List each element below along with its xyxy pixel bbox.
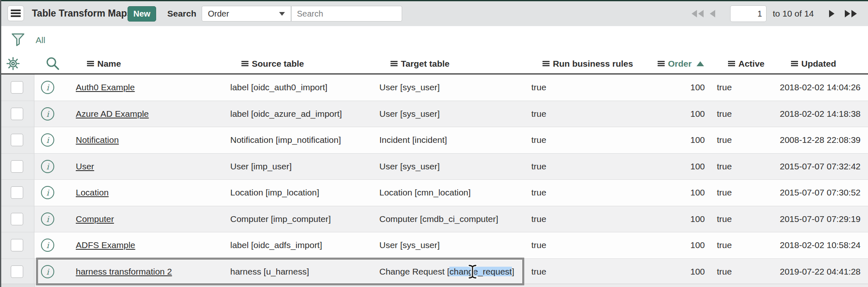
active-cell[interactable]: true bbox=[709, 214, 778, 224]
source-table-cell[interactable]: User [imp_user] bbox=[229, 162, 378, 171]
search-input[interactable] bbox=[291, 6, 402, 22]
column-header-updated[interactable]: Updated bbox=[789, 59, 868, 69]
updated-cell[interactable]: 2018-02-02 14:18:38 bbox=[778, 109, 868, 119]
order-cell[interactable]: 100 bbox=[644, 162, 709, 171]
column-header-target[interactable]: Target table bbox=[389, 59, 540, 69]
column-options-icon[interactable] bbox=[542, 61, 550, 66]
column-header-order[interactable]: Order bbox=[656, 59, 720, 69]
record-link[interactable]: Computer bbox=[76, 214, 114, 224]
run-business-rules-cell[interactable]: true bbox=[529, 188, 644, 198]
target-table-cell[interactable]: Incident [incident] bbox=[378, 135, 529, 145]
run-business-rules-cell[interactable]: true bbox=[529, 240, 644, 250]
order-cell[interactable]: 100 bbox=[644, 188, 709, 198]
source-table-cell[interactable]: Location [imp_location] bbox=[229, 188, 378, 198]
record-link[interactable]: Location bbox=[76, 188, 108, 197]
table-row[interactable]: i Auth0 Example label [oidc_auth0_import… bbox=[0, 75, 868, 101]
pagination-last-button[interactable] bbox=[844, 1, 858, 26]
record-link[interactable]: Auth0 Example bbox=[76, 82, 135, 92]
column-options-icon[interactable] bbox=[791, 61, 798, 66]
record-link[interactable]: harness transformation 2 bbox=[76, 267, 172, 276]
column-options-icon[interactable] bbox=[87, 61, 94, 66]
row-checkbox[interactable] bbox=[11, 81, 23, 94]
table-row[interactable]: i Notification Notification [imp_notific… bbox=[0, 127, 868, 154]
row-checkbox[interactable] bbox=[11, 160, 23, 173]
new-button[interactable]: New bbox=[128, 6, 156, 22]
column-options-icon[interactable] bbox=[241, 61, 248, 66]
updated-cell[interactable]: 2018-02-02 14:04:26 bbox=[778, 82, 868, 92]
source-table-cell[interactable]: Notification [imp_notification] bbox=[229, 135, 378, 145]
column-options-icon[interactable] bbox=[658, 61, 665, 66]
search-icon[interactable] bbox=[46, 56, 60, 71]
pagination-first-button[interactable] bbox=[691, 1, 704, 26]
active-cell[interactable]: true bbox=[709, 135, 778, 145]
breadcrumb-all-link[interactable]: All bbox=[36, 35, 45, 45]
list-context-menu-button[interactable] bbox=[7, 5, 24, 21]
source-table-cell[interactable]: label [oidc_auth0_import] bbox=[229, 82, 378, 92]
row-checkbox[interactable] bbox=[11, 134, 23, 146]
column-header-active[interactable]: Active bbox=[720, 59, 789, 69]
column-header-name[interactable]: Name bbox=[85, 59, 240, 69]
info-icon[interactable]: i bbox=[41, 107, 54, 121]
active-cell[interactable]: true bbox=[709, 162, 778, 171]
updated-cell[interactable]: 2008-12-28 22:08:39 bbox=[778, 135, 868, 145]
info-icon[interactable]: i bbox=[41, 81, 54, 94]
target-table-cell[interactable]: User [sys_user] bbox=[378, 82, 529, 92]
column-header-source[interactable]: Source table bbox=[240, 59, 389, 69]
row-checkbox[interactable] bbox=[11, 186, 23, 199]
record-link[interactable]: Azure AD Example bbox=[76, 109, 149, 118]
run-business-rules-cell[interactable]: true bbox=[529, 135, 644, 145]
order-cell[interactable]: 100 bbox=[644, 135, 709, 145]
row-checkbox[interactable] bbox=[11, 108, 23, 120]
target-table-cell[interactable]: User [sys_user] bbox=[378, 240, 529, 250]
info-icon[interactable]: i bbox=[41, 212, 54, 226]
table-row[interactable]: i harness transformation 2 harness [u_ha… bbox=[0, 259, 868, 285]
table-row[interactable]: i ADFS Example label [oidc_adfs_import] … bbox=[0, 232, 868, 259]
target-table-cell[interactable]: Computer [cmdb_ci_computer] bbox=[378, 214, 529, 224]
order-cell[interactable]: 100 bbox=[644, 109, 709, 119]
pagination-next-button[interactable] bbox=[828, 1, 835, 26]
target-table-cell[interactable]: User [sys_user] bbox=[378, 162, 529, 171]
column-header-run[interactable]: Run business rules bbox=[540, 59, 656, 69]
updated-cell[interactable]: 2019-07-22 04:41:28 bbox=[778, 267, 868, 277]
table-row[interactable]: i User User [imp_user] User [sys_user] t… bbox=[0, 154, 868, 180]
order-cell[interactable]: 100 bbox=[644, 267, 709, 277]
run-business-rules-cell[interactable]: true bbox=[529, 109, 644, 119]
active-cell[interactable]: true bbox=[709, 82, 778, 92]
updated-cell[interactable]: 2018-02-02 10:58:24 bbox=[778, 240, 868, 250]
table-row[interactable]: i Location Location [imp_location] Locat… bbox=[0, 180, 868, 206]
target-table-cell[interactable]: Location [cmn_location] bbox=[378, 188, 529, 198]
search-column-dropdown[interactable]: Order bbox=[202, 6, 291, 22]
table-row[interactable]: i Computer Computer [imp_computer] Compu… bbox=[0, 206, 868, 233]
row-checkbox[interactable] bbox=[11, 265, 23, 278]
record-link[interactable]: Notification bbox=[76, 135, 119, 145]
run-business-rules-cell[interactable]: true bbox=[529, 214, 644, 224]
updated-cell[interactable]: 2015-07-07 07:32:42 bbox=[778, 162, 868, 171]
record-link[interactable]: ADFS Example bbox=[76, 240, 135, 250]
column-options-icon[interactable] bbox=[728, 61, 735, 66]
row-checkbox[interactable] bbox=[11, 213, 23, 225]
active-cell[interactable]: true bbox=[709, 267, 778, 277]
active-cell[interactable]: true bbox=[709, 188, 778, 198]
run-business-rules-cell[interactable]: true bbox=[529, 267, 644, 277]
table-row[interactable]: i Azure AD Example label [oidc_azure_ad_… bbox=[0, 101, 868, 128]
info-icon[interactable]: i bbox=[41, 239, 54, 252]
info-icon[interactable]: i bbox=[41, 265, 54, 278]
info-icon[interactable]: i bbox=[41, 160, 54, 173]
row-checkbox[interactable] bbox=[11, 239, 23, 251]
source-table-cell[interactable]: harness [u_harness] bbox=[229, 267, 378, 277]
info-icon[interactable]: i bbox=[41, 186, 54, 199]
target-table-cell[interactable]: User [sys_user] bbox=[378, 109, 529, 119]
updated-cell[interactable]: 2015-07-07 07:29:19 bbox=[778, 214, 868, 224]
column-options-icon[interactable] bbox=[391, 61, 398, 66]
run-business-rules-cell[interactable]: true bbox=[529, 162, 644, 171]
active-cell[interactable]: true bbox=[709, 240, 778, 250]
active-cell[interactable]: true bbox=[709, 109, 778, 119]
pagination-previous-button[interactable] bbox=[709, 1, 716, 26]
updated-cell[interactable]: 2015-07-07 07:30:52 bbox=[778, 188, 868, 198]
source-table-cell[interactable]: Computer [imp_computer] bbox=[229, 214, 378, 224]
order-cell[interactable]: 100 bbox=[644, 240, 709, 250]
info-icon[interactable]: i bbox=[41, 133, 54, 147]
record-link[interactable]: User bbox=[76, 162, 94, 171]
show-filter-button[interactable] bbox=[11, 33, 25, 47]
source-table-cell[interactable]: label [oidc_azure_ad_import] bbox=[229, 109, 378, 119]
